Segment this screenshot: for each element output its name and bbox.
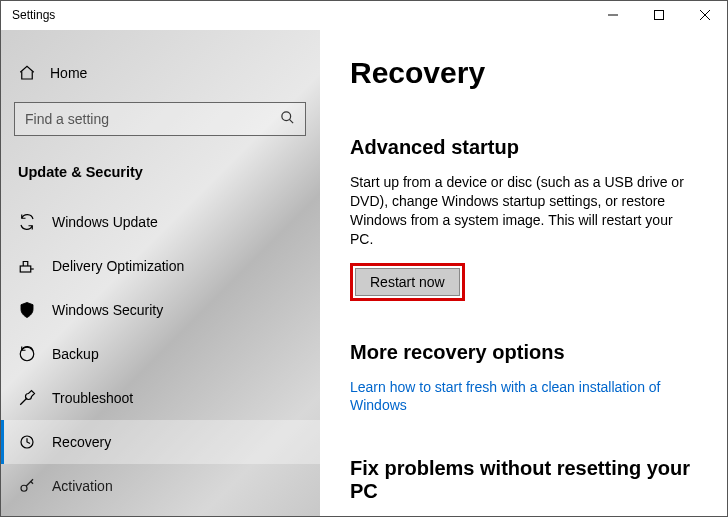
svg-rect-6 <box>20 266 31 272</box>
backup-icon <box>18 345 36 363</box>
home-icon <box>18 64 36 82</box>
home-nav[interactable]: Home <box>0 54 320 92</box>
sidebar-item-activation[interactable]: Activation <box>0 464 320 508</box>
sidebar-item-label: Delivery Optimization <box>52 258 184 274</box>
sidebar: Home Find a setting Update & Security Wi… <box>0 30 320 517</box>
sidebar-item-backup[interactable]: Backup <box>0 332 320 376</box>
sidebar-item-label: Backup <box>52 346 99 362</box>
titlebar: Settings <box>0 0 728 30</box>
search-icon <box>280 110 295 128</box>
sidebar-item-windows-security[interactable]: Windows Security <box>0 288 320 332</box>
minimize-button[interactable] <box>590 0 636 30</box>
svg-line-5 <box>289 119 293 123</box>
sidebar-item-label: Troubleshoot <box>52 390 133 406</box>
svg-point-11 <box>21 485 27 491</box>
restart-highlight: Restart now <box>350 263 465 301</box>
delivery-icon <box>18 257 36 275</box>
sidebar-item-windows-update[interactable]: Windows Update <box>0 200 320 244</box>
svg-line-9 <box>20 398 27 405</box>
window-controls <box>590 0 728 30</box>
sidebar-item-troubleshoot[interactable]: Troubleshoot <box>0 376 320 420</box>
svg-rect-1 <box>655 11 664 20</box>
restart-now-button[interactable]: Restart now <box>355 268 460 296</box>
key-icon <box>18 477 36 495</box>
sidebar-item-label: Windows Update <box>52 214 158 230</box>
recovery-icon <box>18 433 36 451</box>
nav-list: Windows Update Delivery Optimization Win… <box>0 200 320 508</box>
main-container: Home Find a setting Update & Security Wi… <box>0 30 728 517</box>
fresh-start-link[interactable]: Learn how to start fresh with a clean in… <box>350 378 690 416</box>
wrench-icon <box>18 389 36 407</box>
home-label: Home <box>50 65 87 81</box>
close-button[interactable] <box>682 0 728 30</box>
sidebar-item-label: Activation <box>52 478 113 494</box>
search-placeholder: Find a setting <box>25 111 109 127</box>
fix-problems-heading: Fix problems without resetting your PC <box>350 457 698 503</box>
svg-line-13 <box>31 482 33 484</box>
content-pane: Recovery Advanced startup Start up from … <box>320 30 728 517</box>
shield-icon <box>18 301 36 319</box>
window-title: Settings <box>12 8 55 22</box>
search-input[interactable]: Find a setting <box>14 102 306 136</box>
maximize-button[interactable] <box>636 0 682 30</box>
page-title: Recovery <box>350 56 698 90</box>
category-header: Update & Security <box>0 156 320 194</box>
sidebar-item-label: Windows Security <box>52 302 163 318</box>
sync-icon <box>18 213 36 231</box>
svg-point-8 <box>20 347 34 361</box>
svg-point-4 <box>282 112 291 121</box>
sidebar-item-delivery-optimization[interactable]: Delivery Optimization <box>0 244 320 288</box>
advanced-startup-body: Start up from a device or disc (such as … <box>350 173 698 249</box>
sidebar-item-label: Recovery <box>52 434 111 450</box>
sidebar-item-recovery[interactable]: Recovery <box>0 420 320 464</box>
more-recovery-heading: More recovery options <box>350 341 698 364</box>
advanced-startup-heading: Advanced startup <box>350 136 698 159</box>
